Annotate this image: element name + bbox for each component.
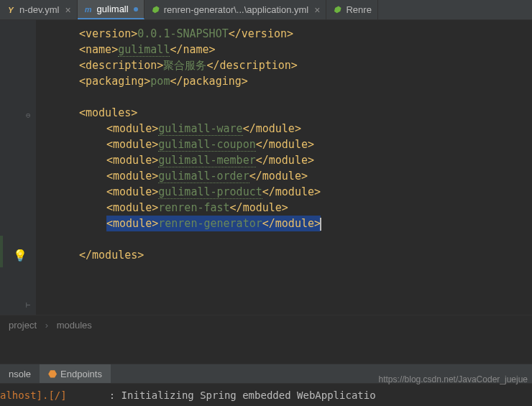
console-host: alhost].[/] [0, 389, 67, 401]
fold-icon[interactable]: ⊢ [26, 300, 31, 310]
close-icon[interactable]: × [314, 4, 320, 16]
tab-renre[interactable]: ⬢ Renre [326, 0, 377, 19]
chevron-icon: › [45, 320, 48, 331]
breadcrumb-item[interactable]: modules [57, 320, 92, 331]
close-icon[interactable]: × [65, 4, 70, 16]
tab-label: nsole [9, 369, 31, 379]
xml-tag: </name> [170, 43, 215, 56]
xml-tag: <packaging> [79, 75, 150, 88]
selected-line: <module>renren-generator</module> [106, 216, 321, 231]
code-area[interactable]: <version>0.0.1-SNAPSHOT</version> <name>… [36, 20, 532, 315]
caret [320, 218, 321, 231]
xml-tag: <modules> [79, 106, 137, 119]
xml-tag: </module> [230, 201, 288, 214]
tab-dev-yml[interactable]: Y n-dev.yml × [0, 0, 78, 19]
fold-icon[interactable]: ⊖ [26, 111, 31, 120]
breadcrumb-item[interactable]: project [9, 320, 37, 331]
xml-tag: </module> [249, 170, 308, 183]
xml-tag: </packaging> [170, 75, 247, 88]
console-message: : Initializing Spring embedded WebApplic… [109, 389, 376, 401]
xml-text: gulimall-coupon [158, 138, 255, 152]
spring-run-icon: ⬢ [332, 5, 342, 15]
change-marker [0, 236, 3, 267]
bulb-icon[interactable]: 💡 [13, 249, 27, 262]
spring-icon: ⬢ [150, 5, 160, 15]
xml-tag: </description> [206, 59, 297, 72]
tab-console[interactable]: nsole [0, 364, 40, 383]
editor[interactable]: ⊖ ⊢ 💡 <version>0.0.1-SNAPSHOT</version> … [0, 20, 532, 315]
xml-tag: <name> [79, 43, 118, 56]
xml-text: 0.0.1-SNAPSHOT [137, 27, 228, 40]
xml-text: gulimall-order [158, 170, 249, 183]
xml-text: gulimall-member [158, 154, 255, 167]
xml-text: 聚合服务 [163, 59, 206, 72]
xml-tag: </module> [256, 154, 314, 167]
tab-endpoints[interactable]: ⬣ Endpoints [40, 364, 111, 383]
xml-text: renren-generator [158, 217, 262, 230]
tab-label: n-dev.yml [19, 4, 59, 15]
maven-icon: m [83, 4, 93, 14]
yml-icon: Y [6, 5, 16, 15]
editor-tabs: Y n-dev.yml × m gulimall ⬢ renren-genera… [0, 0, 532, 20]
xml-text: gulimall [118, 43, 170, 57]
xml-text: gulimall-product [158, 185, 262, 199]
xml-text: gulimall-ware [158, 122, 242, 136]
xml-text: pom [150, 75, 170, 88]
xml-tag: <description> [79, 59, 163, 72]
xml-tag: <module> [106, 170, 158, 183]
xml-tag: </module> [243, 122, 301, 135]
tab-label: gulimall [97, 4, 129, 14]
xml-tag: <module> [106, 122, 158, 135]
xml-tag: <module> [106, 138, 158, 151]
tab-application-yml[interactable]: ⬢ renren-generator\...\application.yml × [145, 0, 327, 19]
modified-icon [134, 7, 138, 11]
xml-tag: </module> [256, 138, 314, 151]
tab-label: Endpoints [60, 369, 102, 379]
tab-label: renren-generator\...\application.yml [164, 4, 309, 15]
endpoints-icon: ⬣ [48, 368, 57, 379]
xml-tag: </modules> [79, 249, 144, 262]
xml-text: renren-fast [158, 201, 229, 214]
watermark: https://blog.csdn.net/JavaCoder_juejue [379, 374, 528, 384]
console-output: alhost].[/] : Initializing Spring embedd… [0, 384, 532, 406]
xml-tag: </version> [229, 27, 293, 40]
xml-tag: <module> [106, 185, 158, 198]
xml-tag: </module> [262, 217, 321, 230]
breadcrumb[interactable]: project › modules [0, 315, 532, 335]
xml-tag: <version> [79, 27, 137, 40]
xml-tag: <module> [106, 201, 158, 214]
tab-label: Renre [346, 4, 371, 15]
xml-tag: <module> [106, 217, 158, 230]
gutter: ⊖ ⊢ 💡 [0, 20, 36, 315]
xml-tag: <module> [106, 154, 158, 167]
xml-tag: </module> [262, 185, 321, 198]
tab-gulimall[interactable]: m gulimall [78, 0, 145, 19]
